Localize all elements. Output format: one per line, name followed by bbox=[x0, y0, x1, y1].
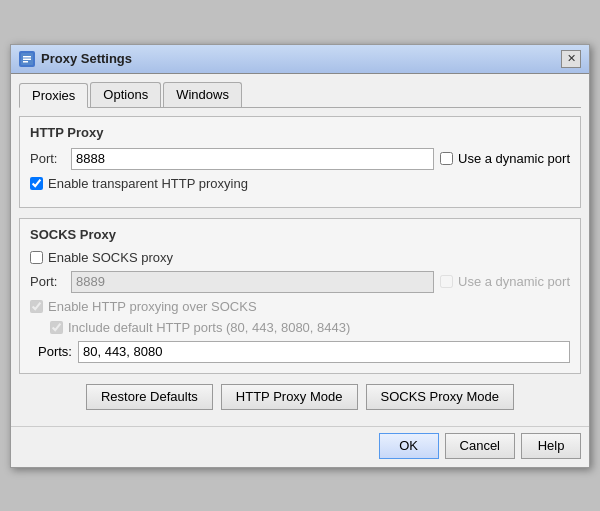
http-dynamic-port-label: Use a dynamic port bbox=[458, 151, 570, 166]
socks-dynamic-port-checkbox bbox=[440, 275, 453, 288]
proxy-settings-dialog: Proxy Settings ✕ Proxies Options Windows… bbox=[10, 44, 590, 468]
socks-enable-label[interactable]: Enable SOCKS proxy bbox=[30, 250, 173, 265]
socks-ports-input[interactable] bbox=[78, 341, 570, 363]
socks-include-default-row: Include default HTTP ports (80, 443, 808… bbox=[30, 320, 570, 335]
tab-proxies[interactable]: Proxies bbox=[19, 83, 88, 108]
http-port-input[interactable] bbox=[71, 148, 434, 170]
window-body: Proxies Options Windows HTTP Proxy Port:… bbox=[11, 74, 589, 426]
socks-proxy-section: SOCKS Proxy Enable SOCKS proxy Port: Use… bbox=[19, 218, 581, 374]
ok-button[interactable]: OK bbox=[379, 433, 439, 459]
socks-port-label: Port: bbox=[30, 274, 65, 289]
socks-dynamic-port-label: Use a dynamic port bbox=[458, 274, 570, 289]
title-bar: Proxy Settings ✕ bbox=[11, 45, 589, 74]
socks-ports-label: Ports: bbox=[38, 344, 72, 359]
socks-enable-checkbox[interactable] bbox=[30, 251, 43, 264]
socks-port-input bbox=[71, 271, 434, 293]
window-title: Proxy Settings bbox=[41, 51, 132, 66]
http-proxy-mode-button[interactable]: HTTP Proxy Mode bbox=[221, 384, 358, 410]
cancel-button[interactable]: Cancel bbox=[445, 433, 515, 459]
tab-options[interactable]: Options bbox=[90, 82, 161, 107]
http-dynamic-port-wrap: Use a dynamic port bbox=[440, 151, 570, 166]
http-proxy-section: HTTP Proxy Port: Use a dynamic port Enab… bbox=[19, 116, 581, 208]
http-port-label: Port: bbox=[30, 151, 65, 166]
help-button[interactable]: Help bbox=[521, 433, 581, 459]
svg-rect-1 bbox=[23, 56, 31, 58]
close-button[interactable]: ✕ bbox=[561, 50, 581, 68]
http-dynamic-port-checkbox[interactable] bbox=[440, 152, 453, 165]
http-proxy-port-row: Port: Use a dynamic port bbox=[30, 148, 570, 170]
socks-proxy-mode-button[interactable]: SOCKS Proxy Mode bbox=[366, 384, 515, 410]
window-icon bbox=[19, 51, 35, 67]
dialog-buttons: OK Cancel Help bbox=[11, 426, 589, 467]
http-transparent-label[interactable]: Enable transparent HTTP proxying bbox=[30, 176, 248, 191]
socks-http-over-socks-checkbox bbox=[30, 300, 43, 313]
socks-ports-row: Ports: bbox=[30, 341, 570, 363]
restore-defaults-button[interactable]: Restore Defaults bbox=[86, 384, 213, 410]
svg-rect-2 bbox=[23, 58, 31, 60]
http-proxy-title: HTTP Proxy bbox=[30, 125, 570, 140]
action-buttons-row: Restore Defaults HTTP Proxy Mode SOCKS P… bbox=[19, 384, 581, 410]
socks-include-default-checkbox bbox=[50, 321, 63, 334]
http-transparent-row: Enable transparent HTTP proxying bbox=[30, 176, 570, 191]
http-transparent-checkbox[interactable] bbox=[30, 177, 43, 190]
socks-port-row: Port: Use a dynamic port bbox=[30, 271, 570, 293]
socks-dynamic-port-wrap: Use a dynamic port bbox=[440, 274, 570, 289]
socks-enable-row: Enable SOCKS proxy bbox=[30, 250, 570, 265]
socks-http-over-socks-label: Enable HTTP proxying over SOCKS bbox=[30, 299, 257, 314]
svg-rect-3 bbox=[23, 61, 28, 63]
title-bar-left: Proxy Settings bbox=[19, 51, 132, 67]
tab-windows[interactable]: Windows bbox=[163, 82, 242, 107]
tab-bar: Proxies Options Windows bbox=[19, 82, 581, 108]
socks-include-default-label: Include default HTTP ports (80, 443, 808… bbox=[50, 320, 350, 335]
socks-http-over-socks-row: Enable HTTP proxying over SOCKS bbox=[30, 299, 570, 314]
socks-proxy-title: SOCKS Proxy bbox=[30, 227, 570, 242]
